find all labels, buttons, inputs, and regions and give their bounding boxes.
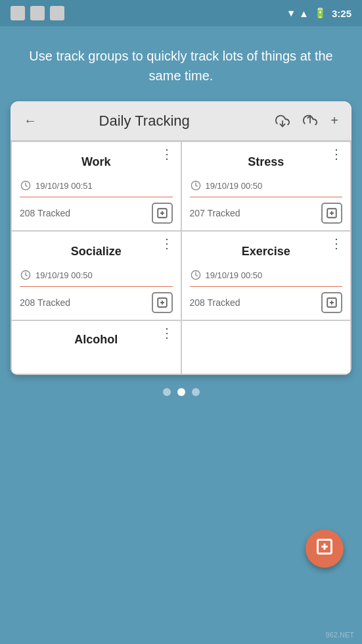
status-dot-3 xyxy=(50,6,64,20)
socialize-add-button[interactable] xyxy=(152,292,173,313)
upload-button[interactable] xyxy=(300,111,320,131)
status-dot-2 xyxy=(30,6,45,20)
dot-3[interactable] xyxy=(192,388,200,396)
description-label: Use track groups to quickly track lots o… xyxy=(29,49,332,83)
fab-button[interactable] xyxy=(305,530,344,568)
status-bar-right: ▾ ▲ 🔋 3:25 xyxy=(288,7,351,19)
work-card: ⋮ Work 19/10/19 00:51 208 Tracked xyxy=(12,142,181,230)
status-bar-left xyxy=(11,6,64,20)
socialize-time: 19/10/19 00:50 xyxy=(20,269,173,281)
exercise-menu-button[interactable]: ⋮ xyxy=(330,237,344,250)
pagination-dots xyxy=(0,388,362,396)
socialize-title: Socialize xyxy=(20,245,173,259)
header-title: Daily Tracking xyxy=(24,112,265,130)
watermark: 962.NET xyxy=(326,631,354,639)
main-card: ← Daily Tracking + ⋮ Work xyxy=(11,101,351,375)
exercise-time-label: 19/10/19 00:50 xyxy=(206,270,263,280)
wifi-icon: ▾ xyxy=(288,7,294,19)
work-add-button[interactable] xyxy=(152,203,173,224)
battery-icon: 🔋 xyxy=(314,7,327,19)
exercise-card: ⋮ Exercise 19/10/19 00:50 208 Tracked xyxy=(182,232,351,320)
work-tracked: 208 Tracked xyxy=(20,208,70,218)
stress-bottom: 207 Tracked xyxy=(190,203,343,224)
card-header: ← Daily Tracking + xyxy=(11,101,351,141)
work-time-label: 19/10/19 00:51 xyxy=(35,181,93,191)
alcohol-menu-button[interactable]: ⋮ xyxy=(160,326,174,339)
alcohol-row-empty xyxy=(182,321,351,374)
socialize-bottom: 208 Tracked xyxy=(20,292,173,313)
exercise-time: 19/10/19 00:50 xyxy=(190,269,343,281)
socialize-card: ⋮ Socialize 19/10/19 00:50 208 Tracked xyxy=(12,232,181,320)
work-divider xyxy=(20,197,173,197)
cards-grid: ⋮ Work 19/10/19 00:51 208 Tracked xyxy=(11,141,351,375)
stress-clock-icon xyxy=(190,180,202,191)
alcohol-title: Alcohol xyxy=(20,333,173,347)
socialize-time-label: 19/10/19 00:50 xyxy=(35,270,93,280)
socialize-tracked: 208 Tracked xyxy=(20,297,70,308)
stress-tracked: 207 Tracked xyxy=(190,208,240,218)
download-button[interactable] xyxy=(273,111,292,131)
stress-divider xyxy=(190,197,343,197)
socialize-menu-button[interactable]: ⋮ xyxy=(160,237,174,250)
stress-time-label: 19/10/19 00:50 xyxy=(206,181,263,191)
dot-1[interactable] xyxy=(163,388,171,396)
stress-time: 19/10/19 00:50 xyxy=(190,180,343,191)
status-dot-1 xyxy=(11,6,25,20)
work-clock-icon xyxy=(20,180,32,191)
exercise-clock-icon xyxy=(190,269,202,281)
stress-menu-button[interactable]: ⋮ xyxy=(330,147,344,161)
exercise-bottom: 208 Tracked xyxy=(190,292,343,313)
time-display: 3:25 xyxy=(332,8,351,19)
exercise-divider xyxy=(190,286,343,287)
exercise-title: Exercise xyxy=(190,245,343,259)
dot-2[interactable] xyxy=(177,388,185,396)
fab-icon xyxy=(315,537,334,560)
socialize-divider xyxy=(20,286,173,287)
description-text: Use track groups to quickly track lots o… xyxy=(0,26,362,101)
stress-add-button[interactable] xyxy=(321,203,342,224)
work-bottom: 208 Tracked xyxy=(20,203,173,224)
add-group-button[interactable]: + xyxy=(328,111,341,131)
alcohol-card: ⋮ Alcohol xyxy=(12,321,181,374)
stress-card: ⋮ Stress 19/10/19 00:50 207 Tracked xyxy=(182,142,351,230)
signal-icon: ▲ xyxy=(299,8,309,19)
exercise-tracked: 208 Tracked xyxy=(190,297,240,308)
exercise-add-button[interactable] xyxy=(321,292,342,313)
work-title: Work xyxy=(20,155,173,169)
stress-title: Stress xyxy=(190,155,343,169)
socialize-clock-icon xyxy=(20,269,32,281)
work-menu-button[interactable]: ⋮ xyxy=(160,147,174,161)
work-time: 19/10/19 00:51 xyxy=(20,180,173,191)
status-bar: ▾ ▲ 🔋 3:25 xyxy=(0,0,362,26)
